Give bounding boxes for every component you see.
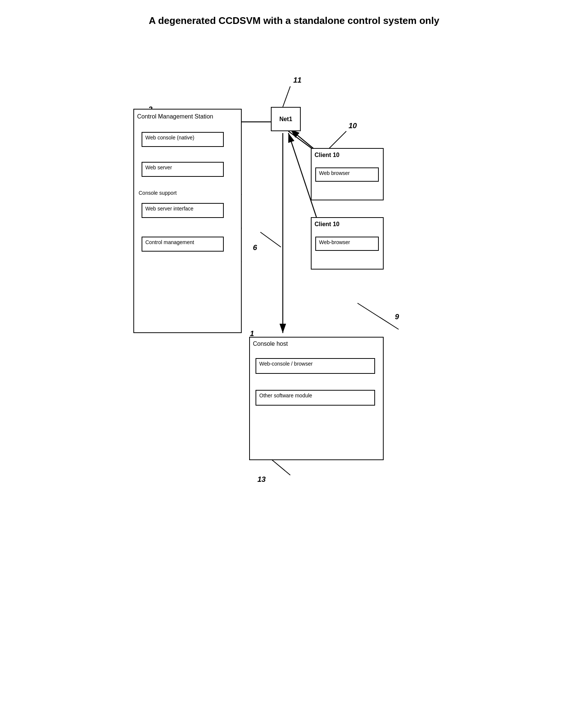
control-management-label: Control management [145, 239, 194, 245]
svg-line-15 [260, 232, 281, 247]
client2-box: Client 10 Web-browser [311, 217, 384, 270]
web-console-browser-label: Web-console / browser [259, 361, 313, 367]
console-support-label: Console support [139, 190, 177, 196]
web-server-interface-box: Web server interface [142, 203, 224, 218]
web-server-label: Web server [145, 164, 172, 170]
web-server-box: Web server [142, 162, 224, 177]
client1-label: Client 10 [312, 149, 383, 160]
web-console-label: Web console (native) [145, 135, 194, 141]
svg-line-14 [328, 131, 346, 150]
label-6: 6 [253, 243, 257, 252]
net1-label: Net1 [279, 116, 293, 123]
web-server-interface-label: Web server interface [145, 206, 194, 212]
diagram: 2 11 9 7 6 5 4 1 10 9 13 Control Managem… [126, 49, 462, 647]
web-console-box: Web console (native) [142, 132, 224, 147]
label-10: 10 [349, 121, 357, 130]
web-browser-box: Web browser [315, 167, 379, 182]
control-management-box: Control management [142, 237, 224, 252]
cms-label: Control Management Station [134, 110, 241, 122]
svg-line-13 [283, 86, 290, 107]
label-11: 11 [293, 76, 301, 84]
label-13: 13 [257, 475, 266, 484]
page: A degenerated CCDSVM with a standalone c… [107, 0, 481, 662]
other-software-label: Other software module [259, 393, 312, 398]
web-console-browser-box: Web-console / browser [256, 358, 375, 374]
console-label: Console host [250, 338, 383, 349]
net1-box: Net1 [271, 107, 301, 131]
web-browser2-box: Web-browser [315, 237, 379, 251]
client2-label: Client 10 [312, 218, 383, 229]
web-browser2-label: Web-browser [319, 239, 350, 245]
console-box: Console host Web-console / browser Other… [249, 337, 384, 460]
cms-box: Control Management Station Web console (… [133, 109, 242, 333]
web-browser-label: Web browser [319, 170, 350, 176]
page-title: A degenerated CCDSVM with a standalone c… [115, 15, 473, 27]
label-9b: 9 [395, 313, 399, 321]
other-software-box: Other software module [256, 390, 375, 406]
client1-box: Client 10 Web browser [311, 148, 384, 200]
svg-line-12 [358, 303, 399, 329]
